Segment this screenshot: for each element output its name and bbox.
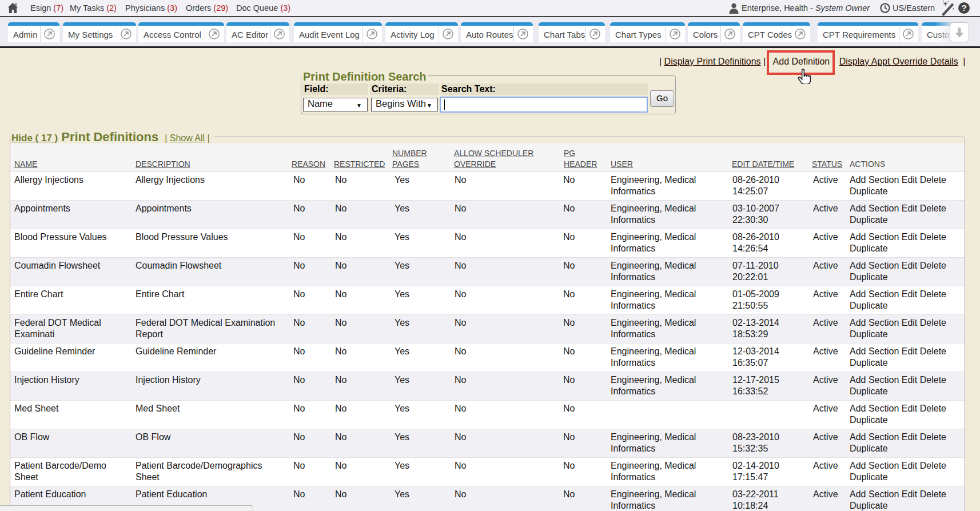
svg-text:?: ? (961, 3, 966, 13)
